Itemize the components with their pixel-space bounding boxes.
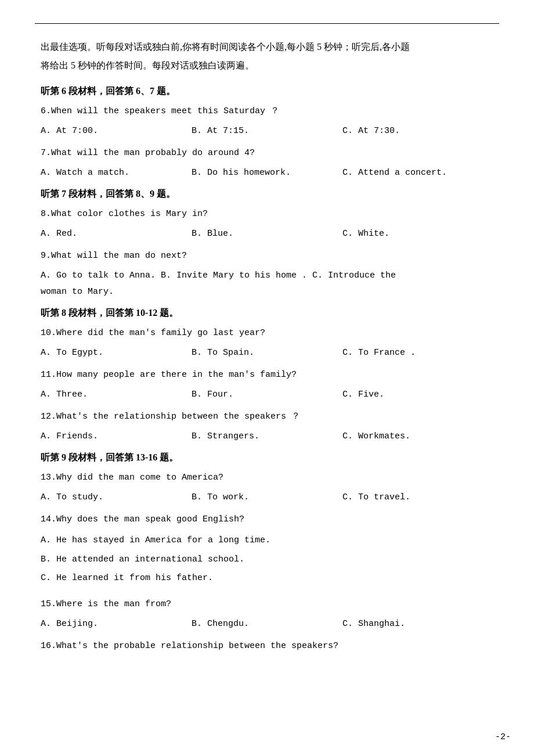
q13-option-a: A. To study. xyxy=(41,491,192,505)
question-7-options: A. Watch a match. B. Do his homework. C.… xyxy=(41,166,493,180)
page-number: -2- xyxy=(495,732,511,742)
section9-title: 听第 9 段材料，回答第 13-16 题。 xyxy=(41,452,493,464)
question-12: 12.What's the relationship between the s… xyxy=(41,410,493,424)
question-9-options-line2: woman to Mary. xyxy=(41,285,493,299)
q15-option-b: B. Chengdu. xyxy=(192,617,342,631)
section7-title: 听第 7 段材料，回答第 8、9 题。 xyxy=(41,188,493,200)
q8-option-b: B. Blue. xyxy=(192,227,342,241)
q11-option-c: C. Five. xyxy=(342,388,493,402)
intro-paragraph: 出最佳选项。听每段对话或独白前,你将有时间阅读各个小题,每小题 5 秒钟；听完后… xyxy=(41,38,493,75)
q6-option-a: A. At 7:00. xyxy=(41,124,192,138)
q6-option-b: B. At 7:15. xyxy=(192,124,342,138)
q10-option-c: C. To France . xyxy=(342,346,493,360)
question-15: 15.Where is the man from? xyxy=(41,597,493,611)
question-14: 14.Why does the man speak good English? xyxy=(41,513,493,527)
q7-option-b: B. Do his homework. xyxy=(192,166,342,180)
q7-option-a: A. Watch a match. xyxy=(41,166,192,180)
q11-option-b: B. Four. xyxy=(192,388,342,402)
question-9-options-line1: A. Go to talk to Anna. B. Invite Mary to… xyxy=(41,269,493,283)
q14-option-c: C. He learned it from his father. xyxy=(41,570,493,587)
question-15-options: A. Beijing. B. Chengdu. C. Shanghai. xyxy=(41,617,493,631)
q12-option-c: C. Workmates. xyxy=(342,430,493,444)
question-9: 9.What will the man do next? xyxy=(41,249,493,263)
question-12-options: A. Friends. B. Strangers. C. Workmates. xyxy=(41,430,493,444)
q12-option-a: A. Friends. xyxy=(41,430,192,444)
question-10-options: A. To Egypt. B. To Spain. C. To France . xyxy=(41,346,493,360)
section6-title: 听第 6 段材料，回答第 6、7 题。 xyxy=(41,85,493,98)
question-8: 8.What color clothes is Mary in? xyxy=(41,207,493,221)
q6-option-c: C. At 7:30. xyxy=(342,124,493,138)
section8-title: 听第 8 段材料，回答第 10-12 题。 xyxy=(41,307,493,319)
q14-option-b: B. He attended an international school. xyxy=(41,552,493,568)
question-8-options: A. Red. B. Blue. C. White. xyxy=(41,227,493,241)
q15-option-a: A. Beijing. xyxy=(41,617,192,631)
q13-option-b: B. To work. xyxy=(192,491,342,505)
question-16: 16.What's the probable relationship betw… xyxy=(41,639,493,653)
question-10: 10.Where did the man's family go last ye… xyxy=(41,326,493,340)
question-7: 7.What will the man probably do around 4… xyxy=(41,146,493,160)
question-14-options: A. He has stayed in America for a long t… xyxy=(41,532,493,589)
q12-option-b: B. Strangers. xyxy=(192,430,342,444)
q8-option-a: A. Red. xyxy=(41,227,192,241)
intro-line1: 出最佳选项。听每段对话或独白前,你将有时间阅读各个小题,每小题 5 秒钟；听完后… xyxy=(41,42,410,52)
q11-option-a: A. Three. xyxy=(41,388,192,402)
q10-option-b: B. To Spain. xyxy=(192,346,342,360)
q14-option-a: A. He has stayed in America for a long t… xyxy=(41,532,493,549)
q8-option-c: C. White. xyxy=(342,227,493,241)
top-divider xyxy=(35,23,499,24)
q10-option-a: A. To Egypt. xyxy=(41,346,192,360)
question-6-options: A. At 7:00. B. At 7:15. C. At 7:30. xyxy=(41,124,493,138)
question-11-options: A. Three. B. Four. C. Five. xyxy=(41,388,493,402)
question-11: 11.How many people are there in the man'… xyxy=(41,368,493,382)
question-6: 6.When will the speakers meet this Satur… xyxy=(41,105,493,118)
question-13: 13.Why did the man come to America? xyxy=(41,471,493,485)
q7-option-c: C. Attend a concert. xyxy=(342,166,493,180)
question-13-options: A. To study. B. To work. C. To travel. xyxy=(41,491,493,505)
intro-line2: 将给出 5 秒钟的作答时间。每段对话或独白读两遍。 xyxy=(41,60,254,70)
q15-option-c: C. Shanghai. xyxy=(342,617,493,631)
q13-option-c: C. To travel. xyxy=(342,491,493,505)
